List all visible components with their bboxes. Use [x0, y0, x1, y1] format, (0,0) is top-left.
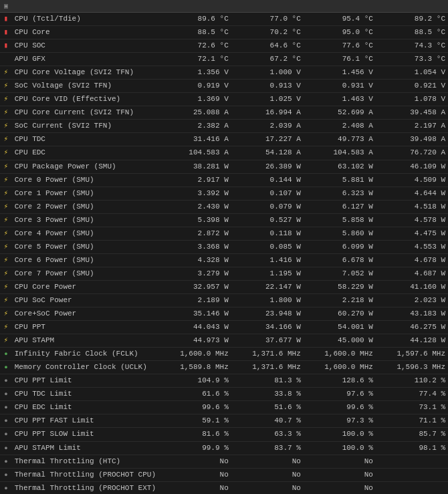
sensor-name: Core 0 Power (SMU): [12, 173, 159, 187]
sensor-value-avg: [376, 468, 448, 481]
sensor-value-min: 22.147 W: [231, 280, 304, 293]
table-row: ● Memory Controller Clock (UCLK) 1,589.8…: [0, 361, 448, 374]
sensor-value-avg: 1,596.3 MHz: [376, 361, 448, 374]
sensor-value-avg: 4.553 W: [376, 240, 448, 253]
sensor-name: Core 4 Power (SMU): [12, 227, 159, 240]
sensor-value-max: 1.463 V: [304, 93, 376, 106]
icon-cell: ⚡: [0, 120, 12, 133]
sensor-value-min: 37.677 W: [231, 334, 304, 348]
sensor-value-min: 1.195 W: [231, 267, 304, 280]
sensor-value-avg: 46.109 W: [376, 160, 448, 173]
sensor-value-max: 5.858 W: [304, 213, 376, 227]
sensor-value-min: 0.913 V: [231, 80, 304, 93]
sensor-value-min: 26.389 W: [231, 160, 304, 173]
icon-cell: ●: [0, 388, 12, 401]
sensor-value-current: 3.279 W: [159, 267, 231, 280]
sensor-name: Core 1 Power (SMU): [12, 187, 159, 200]
sensor-value-max: 97.6 %: [304, 388, 376, 401]
table-row: ⚡ Core 3 Power (SMU) 5.398 W 0.527 W 5.8…: [0, 213, 448, 227]
bolt-icon: ⚡: [4, 256, 9, 264]
sensor-value-avg: 2.023 W: [376, 293, 448, 307]
bolt-icon: ⚡: [4, 95, 9, 103]
circle-gray-icon: ●: [4, 404, 7, 411]
table-row: ⚡ CPU TDC 31.416 A 17.227 A 49.773 A 39.…: [0, 133, 448, 146]
sensor-value-min: No: [231, 481, 304, 494]
sensor-value-avg: 39.498 A: [376, 133, 448, 146]
sensor-value-min: 83.7 %: [231, 441, 304, 455]
sensor-value-max: 1,600.0 MHz: [304, 348, 376, 361]
sensor-value-current: 1,600.0 MHz: [159, 348, 231, 361]
sensor-name: CPU EDC: [12, 146, 159, 160]
sensor-name: Core 5 Power (SMU): [12, 240, 159, 253]
table-row: ● CPU EDC Limit 99.6 % 51.6 % 99.6 % 73.…: [0, 401, 448, 414]
bolt-icon: ⚡: [4, 135, 9, 143]
sensor-value-max: 95.0 °C: [304, 26, 376, 39]
icon-cell: ●: [0, 374, 12, 388]
table-row: ⚡ CPU Core Voltage (SVI2 TFN) 1.356 V 1.…: [0, 66, 448, 80]
table-row: ● CPU TDC Limit 61.6 % 33.8 % 97.6 % 77.…: [0, 388, 448, 401]
sensor-table: ▮ CPU (Tctl/Tdie) 89.6 °C 77.0 °C 95.4 °…: [0, 13, 448, 494]
sensor-value-current: 99.6 %: [159, 401, 231, 414]
sensor-value-avg: 73.3 °C: [376, 53, 448, 66]
icon-cell: ▮: [0, 13, 12, 26]
table-row: ⚡ Core 1 Power (SMU) 3.392 W 0.107 W 6.3…: [0, 187, 448, 200]
sensor-value-min: 1.000 V: [231, 66, 304, 80]
sensor-value-max: 100.0 %: [304, 441, 376, 455]
bolt-icon: ⚡: [4, 296, 9, 304]
table-row: ⚡ Core 6 Power (SMU) 4.328 W 1.416 W 6.6…: [0, 253, 448, 267]
sensor-value-min: 0.107 W: [231, 187, 304, 200]
sensor-value-max: 6.127 W: [304, 200, 376, 213]
sensor-value-avg: 88.5 °C: [376, 26, 448, 39]
sensor-value-min: 70.2 °C: [231, 26, 304, 39]
table-row: ⚡ CPU Core Current (SVI2 TFN) 25.088 A 1…: [0, 106, 448, 120]
bolt-icon: ⚡: [4, 189, 9, 197]
sensor-value-max: 58.229 W: [304, 280, 376, 293]
sensor-name: CPU (Tctl/Tdie): [12, 13, 159, 26]
icon-cell: ●: [0, 401, 12, 414]
sensor-value-min: 17.227 A: [231, 133, 304, 146]
sensor-value-avg: 1.078 V: [376, 93, 448, 106]
icon-cell: ▮: [0, 39, 12, 53]
bolt-icon: ⚡: [4, 122, 9, 130]
sensor-name: Thermal Throttling (PROCHOT CPU): [12, 468, 159, 481]
table-row: ⚡ Core 5 Power (SMU) 3.368 W 0.085 W 6.0…: [0, 240, 448, 253]
sensor-value-max: 6.678 W: [304, 253, 376, 267]
sensor-name: CPU PPT FAST Limit: [12, 414, 159, 428]
table-row: ⚡ CPU PPT 44.043 W 34.166 W 54.001 W 46.…: [0, 321, 448, 334]
sensor-value-max: 63.102 W: [304, 160, 376, 173]
sensor-value-max: No: [304, 455, 376, 468]
table-row: ⚡ CPU EDC 104.583 A 54.128 A 104.583 A 7…: [0, 146, 448, 160]
icon-cell: ⚡: [0, 293, 12, 307]
sensor-value-current: 72.1 °C: [159, 53, 231, 66]
sensor-value-max: 7.052 W: [304, 267, 376, 280]
sensor-value-current: 3.392 W: [159, 187, 231, 200]
sensor-value-current: 89.6 °C: [159, 13, 231, 26]
sensor-value-max: 104.583 A: [304, 146, 376, 160]
sensor-name: CPU SoC Power: [12, 293, 159, 307]
sensor-value-min: 51.6 %: [231, 401, 304, 414]
icon-cell: ⚡: [0, 280, 12, 293]
sensor-value-max: 49.773 A: [304, 133, 376, 146]
sensor-value-current: 25.088 A: [159, 106, 231, 120]
sensor-value-avg: 76.720 A: [376, 146, 448, 160]
bolt-icon: ⚡: [4, 148, 9, 156]
sensor-value-avg: 41.160 W: [376, 280, 448, 293]
sensor-value-current: 44.043 W: [159, 321, 231, 334]
sensor-name: CPU PPT Limit: [12, 374, 159, 388]
sensor-value-max: 0.931 V: [304, 80, 376, 93]
sensor-value-max: 45.000 W: [304, 334, 376, 348]
table-row: ▮ CPU (Tctl/Tdie) 89.6 °C 77.0 °C 95.4 °…: [0, 13, 448, 26]
table-row: ⚡ SoC Voltage (SVI2 TFN) 0.919 V 0.913 V…: [0, 80, 448, 93]
icon-cell: ⚡: [0, 334, 12, 348]
sensor-name: SoC Voltage (SVI2 TFN): [12, 80, 159, 93]
circle-gray-icon: ●: [4, 391, 7, 398]
sensor-value-current: No: [159, 455, 231, 468]
sensor-value-avg: 44.128 W: [376, 334, 448, 348]
sensor-value-min: 1.800 W: [231, 293, 304, 307]
sensor-value-avg: 4.518 W: [376, 200, 448, 213]
table-row: ⚡ CPU Core Power 32.957 W 22.147 W 58.22…: [0, 280, 448, 293]
bolt-icon: ⚡: [4, 108, 9, 116]
sensor-name: CPU EDC Limit: [12, 401, 159, 414]
icon-cell: ⚡: [0, 200, 12, 213]
bolt-icon: ⚡: [4, 203, 9, 211]
